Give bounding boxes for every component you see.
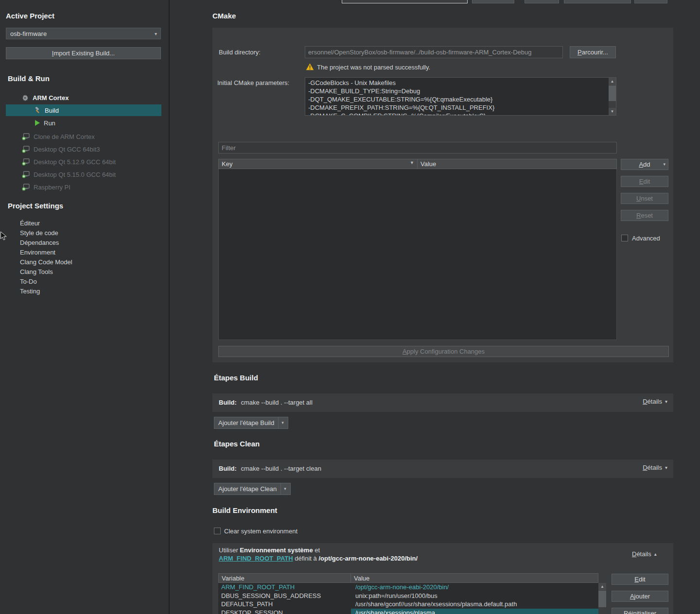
add-build-step-button[interactable]: Ajouter l'étape Build ▾ xyxy=(214,417,288,429)
clear-system-environment-checkbox[interactable] xyxy=(214,528,221,534)
env-edit-button[interactable]: Edit xyxy=(612,574,668,585)
kit-desktop-qt-5-12-9[interactable]: Desktop Qt 5.12.9 GCC 64bit xyxy=(22,156,116,168)
env-row-defaults-path[interactable]: DEFAULTS_PATH /usr/share/gconf//usr/shar… xyxy=(218,600,598,609)
sidebar-item-editeur[interactable]: Éditeur xyxy=(20,220,40,227)
sort-descending-icon: ▼ xyxy=(410,160,414,165)
env-row-desktop-session[interactable]: DESKTOP_SESSION /usr/share/xsessions/pla… xyxy=(218,609,598,614)
unset-button[interactable]: Unset xyxy=(621,193,668,204)
environment-details-button[interactable]: Détails ▴ xyxy=(632,550,657,558)
cmake-param-line: -DQT_QMAKE_EXECUTABLE:STRING=%{Qt:qmakeE… xyxy=(308,95,606,103)
env-variable-cell: DBUS_SESSION_BUS_ADDRESS xyxy=(218,592,351,600)
arm-find-root-path-link[interactable]: ARM_FIND_ROOT_PATH xyxy=(219,555,293,562)
value-column-header[interactable]: Value xyxy=(417,159,617,169)
sidebar-item-dependances[interactable]: Dépendances xyxy=(20,239,59,246)
kit-add-icon xyxy=(22,146,30,153)
env-table-scrollbar[interactable]: ▲ xyxy=(598,583,606,614)
cmake-param-line: -DCMAKE_BUILD_TYPE:String=Debug xyxy=(308,87,606,95)
sidebar-item-run[interactable]: Run xyxy=(35,117,55,129)
build-environment-heading: Build Environment xyxy=(212,506,277,514)
reset-button[interactable]: Reset xyxy=(621,210,668,221)
hammer-icon xyxy=(34,107,41,114)
value-header-label: Value xyxy=(354,575,369,582)
top-toolbar-button-partial[interactable] xyxy=(525,0,559,3)
mouse-cursor xyxy=(0,231,7,243)
sidebar-item-style-de-code[interactable]: Style de code xyxy=(20,229,58,237)
environment-summary: Utiliser Environnement système et ARM_FI… xyxy=(219,546,418,563)
initial-cmake-parameters-label: Initial CMake parameters: xyxy=(217,79,289,86)
scrollbar-thumb[interactable] xyxy=(609,85,616,101)
build-step-details-button[interactable]: Détails ▾ xyxy=(643,398,667,405)
variable-column-header[interactable]: Variable xyxy=(218,573,351,583)
env-variable-cell: DEFAULTS_PATH xyxy=(218,600,351,609)
add-clean-step-button[interactable]: Ajouter l'étape Clean ▾ xyxy=(214,483,291,495)
chevron-down-icon: ▾ xyxy=(280,483,286,495)
warning-icon xyxy=(306,63,314,72)
top-toolbar-button-partial[interactable] xyxy=(472,0,514,3)
filter-input[interactable] xyxy=(218,142,617,154)
summary-middle: définit à xyxy=(295,555,317,562)
chevron-down-icon: ▾ xyxy=(665,465,667,470)
kit-label: Desktop Qt 5.12.9 GCC 64bit xyxy=(34,158,116,166)
kit-label: ARM Cortex xyxy=(33,94,69,102)
summary-system-env: Environnement système xyxy=(240,546,313,554)
variable-header-label: Variable xyxy=(222,575,245,582)
import-existing-build-button[interactable]: Import Existing Build... xyxy=(6,47,161,59)
kit-label: Clone de ARM Cortex xyxy=(34,133,95,140)
kit-add-icon xyxy=(22,158,30,166)
kit-clone-arm-cortex[interactable]: Clone de ARM Cortex xyxy=(22,131,95,142)
build-directory-input[interactable] xyxy=(305,46,563,58)
env-value-cell: unix:path=/run/user/1000/bus xyxy=(351,592,598,600)
top-toolbar-field-partial[interactable] xyxy=(342,0,468,3)
advanced-checkbox[interactable] xyxy=(621,235,628,241)
initial-cmake-parameters-textarea[interactable]: -GCodeBlocks - Unix Makefiles -DCMAKE_BU… xyxy=(305,77,616,116)
params-scrollbar[interactable]: ▲ ▼ xyxy=(609,78,616,115)
details-label: Détails xyxy=(632,550,651,558)
env-variable-cell: ARM_FIND_ROOT_PATH xyxy=(218,583,351,592)
build-and-run-heading: Build & Run xyxy=(8,74,50,83)
apply-configuration-button[interactable]: Apply Configuration Changes xyxy=(218,346,669,357)
cmake-heading: CMake xyxy=(212,12,236,20)
add-build-step-label: Ajouter l'étape Build xyxy=(218,419,274,426)
env-reset-button[interactable]: Réinitialiser xyxy=(612,608,668,614)
project-dropdown-value: osb-firmware xyxy=(10,30,47,37)
chevron-down-icon: ▾ xyxy=(278,417,284,428)
cmake-param-line: -GCodeBlocks - Unix Makefiles xyxy=(308,79,606,87)
env-row-dbus-session[interactable]: DBUS_SESSION_BUS_ADDRESS unix:path=/run/… xyxy=(218,592,598,600)
build-step-bar: Build: cmake --build . --target all Déta… xyxy=(212,393,673,412)
project-settings-heading: Project Settings xyxy=(8,202,63,210)
clean-step-details-button[interactable]: Détails ▾ xyxy=(643,464,667,471)
top-toolbar-button-partial[interactable] xyxy=(634,0,667,3)
scrollbar-thumb[interactable] xyxy=(598,591,606,607)
env-variable-cell: DESKTOP_SESSION xyxy=(218,609,351,614)
sidebar-item-testing[interactable]: Testing xyxy=(20,288,40,295)
sidebar-item-to-do[interactable]: To-Do xyxy=(20,278,37,285)
project-dropdown[interactable]: osb-firmware ▾ xyxy=(6,28,161,39)
sidebar-item-build[interactable]: Build xyxy=(6,104,161,116)
scroll-down-icon[interactable]: ▼ xyxy=(609,108,616,115)
env-add-button[interactable]: Ajouter xyxy=(612,591,668,602)
value-column-header[interactable]: Value xyxy=(350,573,598,583)
sidebar-item-clang-code-model[interactable]: Clang Code Model xyxy=(20,258,72,266)
add-button[interactable]: Add ▾ xyxy=(621,159,668,170)
kit-label: Desktop Qt 5.15.0 GCC 64bit xyxy=(34,171,116,178)
add-button-label: Add xyxy=(621,159,668,170)
browse-button[interactable]: Parcourir... xyxy=(570,46,616,58)
kit-desktop-qt-5-15-0[interactable]: Desktop Qt 5.15.0 GCC 64bit xyxy=(22,169,116,180)
env-row-arm-find-root-path[interactable]: ARM_FIND_ROOT_PATH /opt/gcc-arm-none-eab… xyxy=(218,583,598,592)
key-column-header[interactable]: Key ▼ xyxy=(218,159,418,169)
sidebar-item-clang-tools[interactable]: Clang Tools xyxy=(20,268,53,275)
run-item-label: Run xyxy=(44,119,55,127)
scroll-up-icon[interactable]: ▲ xyxy=(609,78,616,85)
environment-variables-table[interactable]: ARM_FIND_ROOT_PATH /opt/gcc-arm-none-eab… xyxy=(218,583,598,614)
edit-button[interactable]: Edit xyxy=(621,176,668,187)
kit-raspberry-pi[interactable]: Raspberry PI xyxy=(22,181,70,193)
chevron-up-icon: ▴ xyxy=(654,551,657,557)
cmake-variables-table-body[interactable] xyxy=(218,169,617,340)
kit-desktop-qt-gcc64bit3[interactable]: Desktop Qt GCC 64bit3 xyxy=(22,143,100,155)
chevron-down-icon: ▾ xyxy=(155,31,157,36)
top-toolbar-button-partial[interactable] xyxy=(564,0,631,3)
details-label: Détails xyxy=(643,398,662,405)
sidebar-item-environment[interactable]: Environment xyxy=(20,249,55,256)
scroll-up-icon[interactable]: ▲ xyxy=(598,583,606,590)
kit-arm-cortex[interactable]: ARM Cortex xyxy=(21,92,69,103)
